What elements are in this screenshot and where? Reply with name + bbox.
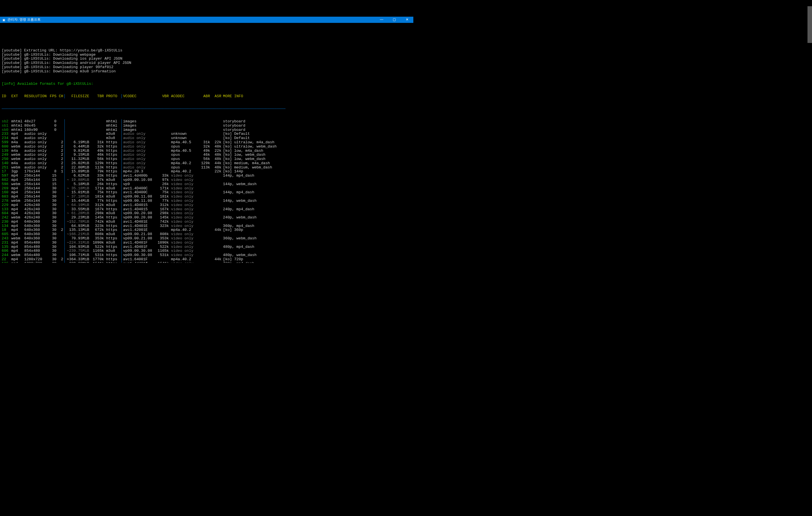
log-line: [youtube] gB-iXStULis: Downloading playe…: [2, 65, 412, 70]
table-row: 231mp4854x48030│~224.31MiB1090k m3u8│avc…: [2, 241, 412, 245]
titlebar[interactable]: ▣ 관리자: 명령 프롬프트 — ▢ ✕: [0, 17, 413, 23]
table-row: 139m4aaudio only2│9.81MiB49k https│audio…: [2, 149, 412, 153]
table-row: 250webmaudio only2│11.32MiB56k https│aud…: [2, 157, 412, 161]
log-line: [youtube] Extracting URL: https://youtu.…: [2, 49, 412, 53]
log-line: [youtube] gB-iXStULis: Downloading ios p…: [2, 57, 412, 61]
table-row: 249webmaudio only2│9.15MiB46k https│audi…: [2, 153, 412, 157]
table-row: 603mp4256x14430│~ 37.18MiB181k m3u8│vp09…: [2, 195, 412, 199]
window-title: 관리자: 명령 프롬프트: [7, 18, 41, 22]
table-row: 606mp4854x48030│~239.75MiB1165k m3u8│vp0…: [2, 249, 412, 253]
table-row: 597mp4256x14415│6.62MiB33k https│avc1.4d…: [2, 174, 412, 178]
cmd-icon: ▣: [2, 18, 6, 22]
table-row: 251webmaudio only2│22.80MiB113k https│au…: [2, 166, 412, 170]
terminal-output[interactable]: [youtube] Extracting URL: https://youtu.…: [0, 39, 413, 263]
table-row: 136mp41280x72030│329.82MiB1641k https│av…: [2, 262, 412, 263]
table-header: IDEXTRESOLUTIONFPSCH│FILESIZETBR PROTO│V…: [2, 94, 412, 99]
table-row: 602mp4256x14415│~ 19.88MiB97k m3u8│vp09.…: [2, 178, 412, 182]
table-row: 135mp4854x48030│104.93MiB522k https│avc1…: [2, 245, 412, 249]
table-row: 598webm256x14415│5.18MiB26k https│vp926k…: [2, 182, 412, 187]
table-row: 160mp4256x14430│15.01MiB75k https│avc1.4…: [2, 190, 412, 195]
table-row: sb0mhtml160x900│ mhtml│images storyboard: [2, 128, 412, 132]
table-row: 133mp4426x24030│33.55MiB167k https│avc1.…: [2, 208, 412, 212]
table-row: sb1mhtml80x450│ mhtml│images storyboard: [2, 124, 412, 128]
log-line: [youtube] gB-iXStULis: Downloading webpa…: [2, 53, 412, 57]
table-row: 233mp4audio only│ m3u8│audio only unknow…: [2, 132, 412, 136]
log-line: [youtube] gB-iXStULis: Downloading m3u8 …: [2, 70, 412, 74]
table-row: 173gp176x14481│15.89MiB79k https│mp4v.20…: [2, 169, 412, 174]
table-row: 599m4aaudio only2│6.19MiB31k https│audio…: [2, 140, 412, 145]
table-row: 278webm256x14430│15.44MiB77k https│vp09.…: [2, 199, 412, 203]
header-separator: ────────────────────────────────────────…: [2, 107, 412, 111]
table-row: 18mp4640x360302│135.13MiB672k https│avc1…: [2, 228, 412, 232]
table-row: 230mp4640x36030│~152.78MiB742k m3u8│avc1…: [2, 220, 412, 224]
table-row: 605mp4640x36030│~166.21MiB808k m3u8│vp09…: [2, 232, 412, 237]
table-row: 244webm854x48030│106.71MiB531k https│vp0…: [2, 253, 412, 257]
info-line: [info] Available formats for gB-iXStULis…: [2, 82, 93, 86]
table-row: 134mp4640x36030│64.93MiB323k https│avc1.…: [2, 224, 412, 228]
table-row: 229mp4426x24030│~ 64.19MiB312k m3u8│avc1…: [2, 203, 412, 208]
minimize-button[interactable]: —: [375, 17, 388, 23]
table-row: 604mp4426x24030│~ 61.28MiB298k m3u8│vp09…: [2, 211, 412, 216]
log-line: [youtube] gB-iXStULis: Downloading andro…: [2, 61, 412, 65]
close-button[interactable]: ✕: [401, 17, 413, 23]
table-row: 243webm640x36030│70.93MiB353k https│vp09…: [2, 237, 412, 241]
table-row: 22mp41280x720302│≈364.33MiB1770k https│a…: [2, 257, 412, 262]
table-row: 600webmaudio only2│6.44MiB32k https│audi…: [2, 145, 412, 149]
table-row: 269mp4256x14430│~ 35.18MiB171k m3u8│avc1…: [2, 187, 412, 191]
table-row: 242webm426x24030│29.23MiB145k https│vp09…: [2, 216, 412, 220]
table-row: 234mp4audio only│ m3u8│audio only unknow…: [2, 136, 412, 140]
table-row: sb2mhtml48x270│ mhtml│images storyboard: [2, 119, 412, 124]
table-row: 140m4aaudio only2│26.02MiB129k https│aud…: [2, 161, 412, 166]
maximize-button[interactable]: ▢: [388, 17, 401, 23]
